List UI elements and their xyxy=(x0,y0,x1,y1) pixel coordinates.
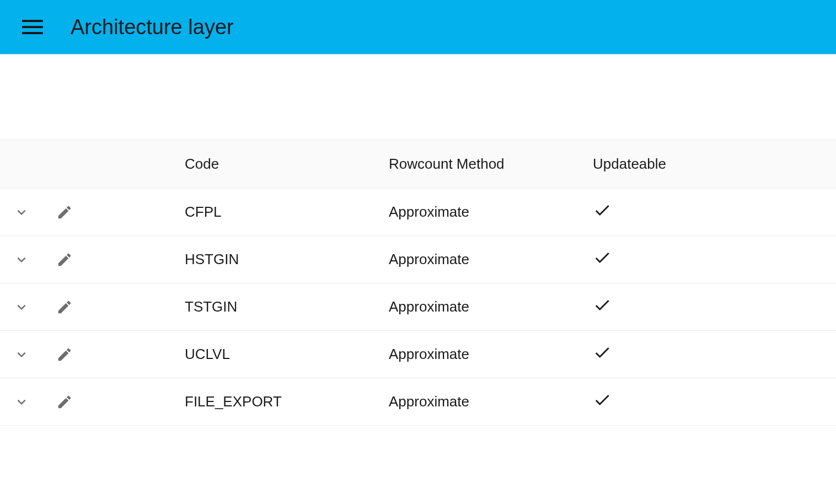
table-header-row: Code Rowcount Method Updateable xyxy=(0,140,836,189)
cell-method: Approximate xyxy=(389,283,593,331)
chevron-down-icon[interactable] xyxy=(13,204,30,221)
chevron-down-icon[interactable] xyxy=(13,346,30,363)
edit-icon[interactable] xyxy=(56,299,73,315)
check-icon xyxy=(593,396,612,412)
column-header-actions xyxy=(0,140,185,189)
column-header-code: Code xyxy=(185,140,389,189)
table-row: TSTGINApproximate xyxy=(0,283,836,331)
edit-icon[interactable] xyxy=(56,346,73,363)
column-header-method: Rowcount Method xyxy=(389,140,593,189)
table-row: UCLVLApproximate xyxy=(0,331,836,378)
table-row: CFPLApproximate xyxy=(0,189,836,236)
chevron-down-icon[interactable] xyxy=(13,299,30,315)
cell-method: Approximate xyxy=(389,236,593,283)
cell-updateable xyxy=(593,378,836,426)
check-icon xyxy=(593,206,612,223)
cell-actions xyxy=(0,378,185,426)
edit-icon[interactable] xyxy=(56,394,73,410)
cell-method: Approximate xyxy=(389,378,593,426)
cell-code: UCLVL xyxy=(185,331,389,378)
table-row: HSTGINApproximate xyxy=(0,236,836,283)
row-actions xyxy=(13,394,176,410)
cell-method: Approximate xyxy=(389,189,593,236)
architecture-layer-table: Code Rowcount Method Updateable CFPLAppr… xyxy=(0,140,836,426)
cell-code: HSTGIN xyxy=(185,236,389,283)
page-title: Architecture layer xyxy=(71,15,234,39)
check-icon xyxy=(593,254,612,270)
check-icon xyxy=(593,348,612,365)
table-row: FILE_EXPORTApproximate xyxy=(0,378,836,426)
edit-icon[interactable] xyxy=(56,251,73,268)
cell-actions xyxy=(0,331,185,378)
row-actions xyxy=(13,299,176,315)
cell-updateable xyxy=(593,331,836,378)
check-icon xyxy=(593,301,612,318)
row-actions xyxy=(13,251,176,268)
cell-updateable xyxy=(593,283,836,331)
row-actions xyxy=(13,346,176,363)
cell-code: TSTGIN xyxy=(185,283,389,331)
chevron-down-icon[interactable] xyxy=(13,394,30,410)
column-header-updateable: Updateable xyxy=(593,140,836,189)
cell-code: CFPL xyxy=(185,189,389,236)
row-actions xyxy=(13,204,176,221)
menu-icon[interactable] xyxy=(22,17,43,37)
cell-updateable xyxy=(593,189,836,236)
main-content: Code Rowcount Method Updateable CFPLAppr… xyxy=(0,54,836,426)
cell-actions xyxy=(0,283,185,331)
chevron-down-icon[interactable] xyxy=(13,251,30,268)
cell-actions xyxy=(0,236,185,283)
app-header: Architecture layer xyxy=(0,0,836,54)
edit-icon[interactable] xyxy=(56,204,73,221)
cell-updateable xyxy=(593,236,836,283)
cell-method: Approximate xyxy=(389,331,593,378)
cell-code: FILE_EXPORT xyxy=(185,378,389,426)
cell-actions xyxy=(0,189,185,236)
